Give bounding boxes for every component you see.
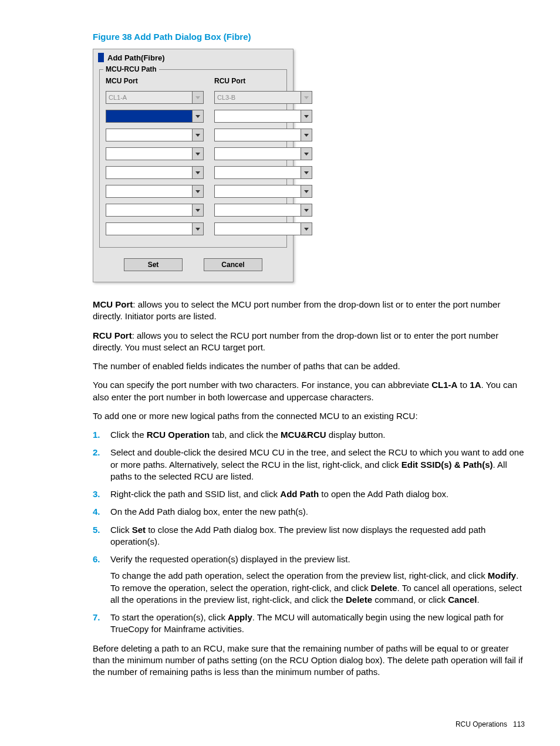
mcu-port-row-1[interactable] — [106, 110, 204, 123]
closing-paragraph: Before deleting a path to an RCU, make s… — [93, 643, 525, 679]
mcu-port-row-2[interactable] — [106, 129, 204, 141]
rcu-port-input-2[interactable] — [214, 129, 301, 141]
step-number: 4. — [93, 506, 110, 518]
rcu-port-paragraph: RCU Port: allows you to select the RCU p… — [93, 330, 525, 354]
mcu-port-row-0 — [106, 91, 204, 104]
mcu-port-row-6[interactable] — [106, 204, 204, 217]
rcu-port-input-3[interactable] — [214, 147, 301, 160]
footer-page-number: 113 — [513, 720, 525, 728]
rcu-port-dropdown-5[interactable] — [301, 185, 312, 198]
mcu-port-input-2[interactable] — [106, 129, 192, 141]
step-item: 1.Click the RCU Operation tab, and click… — [93, 429, 525, 441]
mcu-port-paragraph: MCU Port: allows you to select the MCU p… — [93, 299, 525, 323]
rcu-port-row-3[interactable] — [214, 147, 312, 160]
bold-run: Apply — [228, 612, 252, 622]
mcu-port-dropdown-4[interactable] — [192, 166, 204, 179]
mcu-port-input-7[interactable] — [106, 222, 192, 235]
step-body: On the Add Path dialog box, enter the ne… — [110, 506, 525, 518]
mcu-port-header: MCU Port — [106, 77, 204, 85]
rcu-port-column: RCU Port — [214, 75, 312, 241]
mcu-port-dropdown-7[interactable] — [192, 222, 204, 235]
step-number: 1. — [93, 429, 110, 441]
mcu-port-input-0 — [106, 91, 192, 104]
step-item: 5.Click Set to close the Add Path dialog… — [93, 524, 525, 548]
rcu-port-dropdown-7[interactable] — [301, 222, 312, 235]
rcu-port-dropdown-6[interactable] — [301, 204, 312, 217]
mcu-port-dropdown-5[interactable] — [192, 185, 204, 198]
mcu-port-row-7[interactable] — [106, 222, 204, 235]
rcu-port-input-6[interactable] — [214, 204, 301, 217]
rcu-port-row-1[interactable] — [214, 110, 312, 123]
bold-run: MCU&RCU — [281, 430, 326, 440]
mcu-port-input-5[interactable] — [106, 185, 192, 198]
step-item: 3.Right-click the path and SSID list, an… — [93, 488, 525, 500]
rcu-port-row-0 — [214, 91, 312, 104]
footer-section: RCU Operations — [456, 720, 507, 728]
steps-list: 1.Click the RCU Operation tab, and click… — [93, 429, 525, 636]
cancel-button[interactable]: Cancel — [204, 258, 262, 271]
bold-run: Delete — [371, 583, 397, 593]
mcu-port-dropdown-2[interactable] — [192, 129, 204, 141]
text-run: You can specify the port number with two… — [93, 380, 431, 390]
rcu-port-term: RCU Port — [93, 330, 132, 340]
mcu-port-dropdown-3[interactable] — [192, 147, 204, 160]
rcu-port-input-0 — [214, 91, 301, 104]
step-body: Click the RCU Operation tab, and click t… — [110, 429, 525, 441]
bold-run: CL1-A — [431, 380, 457, 390]
step-number: 2. — [93, 447, 110, 482]
step-number: 7. — [93, 612, 110, 636]
step-number: 3. — [93, 488, 110, 500]
mcu-port-input-6[interactable] — [106, 204, 192, 217]
intro-steps-paragraph: To add one or more new logical paths fro… — [93, 410, 525, 422]
mcu-port-def: : allows you to select the MCU port numb… — [93, 299, 500, 321]
rcu-port-input-7[interactable] — [214, 222, 301, 235]
mcu-port-input-1[interactable] — [106, 110, 192, 123]
step-body: Select and double-click the desired MCU … — [110, 447, 525, 482]
mcu-port-dropdown-1[interactable] — [192, 110, 204, 123]
figure-caption: Figure 38 Add Path Dialog Box (Fibre) — [93, 32, 525, 42]
rcu-port-dropdown-2[interactable] — [301, 129, 312, 141]
rcu-port-header: RCU Port — [214, 77, 312, 85]
step-number: 5. — [93, 524, 110, 548]
bold-run: 1A — [470, 380, 481, 390]
mcu-port-row-3[interactable] — [106, 147, 204, 160]
mcu-port-row-5[interactable] — [106, 185, 204, 198]
mcu-rcu-path-group: MCU-RCU Path MCU Port — [99, 69, 287, 248]
rcu-port-row-6[interactable] — [214, 204, 312, 217]
step-item: 2.Select and double-click the desired MC… — [93, 447, 525, 482]
bold-run: Cancel — [448, 595, 477, 605]
mcu-port-input-3[interactable] — [106, 147, 192, 160]
step-item: 7.To start the operation(s), click Apply… — [93, 612, 525, 636]
mcu-port-dropdown-6[interactable] — [192, 204, 204, 217]
set-button[interactable]: Set — [124, 258, 183, 271]
step-body: Right-click the path and SSID list, and … — [110, 488, 525, 500]
title-bar-icon — [98, 53, 104, 62]
rcu-port-dropdown-3[interactable] — [301, 147, 312, 160]
rcu-port-row-5[interactable] — [214, 185, 312, 198]
rcu-port-dropdown-4[interactable] — [301, 166, 312, 179]
port-abbrev-paragraph: You can specify the port number with two… — [93, 379, 525, 403]
rcu-port-input-5[interactable] — [214, 185, 301, 198]
rcu-port-row-2[interactable] — [214, 129, 312, 141]
step-item: 6.Verify the requested operation(s) disp… — [93, 553, 525, 606]
document-page: Figure 38 Add Path Dialog Box (Fibre) Ad… — [0, 0, 560, 746]
mcu-port-dropdown-0 — [192, 91, 204, 104]
bold-run: Edit SSID(s) & Path(s) — [402, 460, 493, 470]
rcu-port-row-7[interactable] — [214, 222, 312, 235]
mcu-port-row-4[interactable] — [106, 166, 204, 179]
rcu-port-input-1[interactable] — [214, 110, 301, 123]
rcu-port-row-4[interactable] — [214, 166, 312, 179]
bold-run: RCU Operation — [147, 430, 210, 440]
rcu-port-input-4[interactable] — [214, 166, 301, 179]
add-path-dialog: Add Path(Fibre) MCU-RCU Path MCU Port — [93, 49, 294, 282]
mcu-port-term: MCU Port — [93, 299, 133, 309]
fieldset-legend: MCU-RCU Path — [103, 65, 159, 73]
mcu-port-input-4[interactable] — [106, 166, 192, 179]
rcu-port-dropdown-1[interactable] — [301, 110, 312, 123]
mcu-port-column: MCU Port — [106, 75, 204, 241]
dialog-title-text: Add Path(Fibre) — [107, 53, 165, 62]
step-item: 4.On the Add Path dialog box, enter the … — [93, 506, 525, 518]
step-body: To start the operation(s), click Apply. … — [110, 612, 525, 636]
bold-run: Delete — [346, 595, 372, 605]
bold-run: Modify — [488, 571, 516, 580]
